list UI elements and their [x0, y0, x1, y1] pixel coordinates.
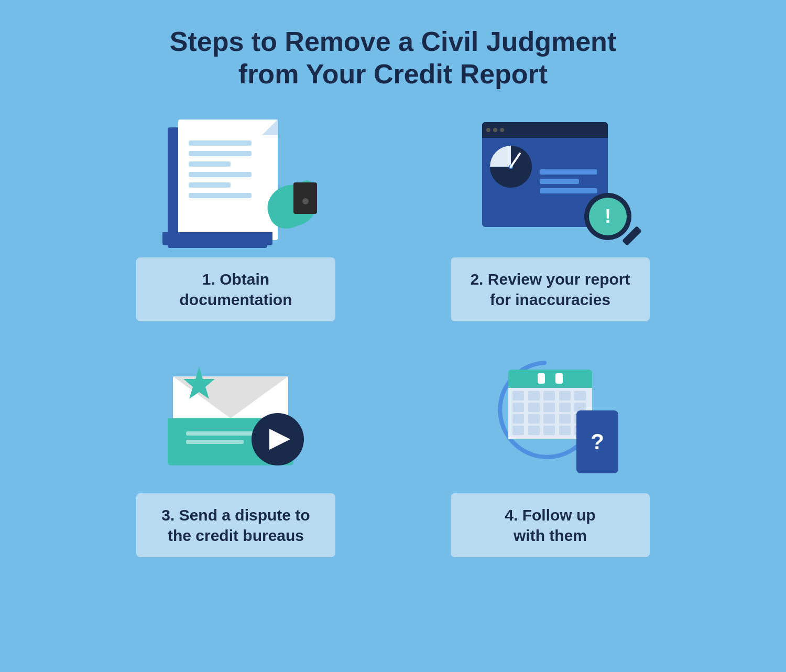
report-lines	[540, 169, 597, 193]
step-4-illustration: ?	[461, 348, 639, 484]
doc-lines	[189, 140, 252, 198]
cal-ring	[538, 373, 545, 384]
camera-icon	[293, 182, 317, 214]
camera-lens	[302, 198, 309, 204]
doc-line	[189, 172, 252, 177]
report-line-short	[540, 179, 579, 184]
step-4-card: ? 4. Follow up with them	[414, 348, 686, 557]
header-dot	[500, 128, 504, 132]
step-2-label: 2. Review your report for inaccuracies	[470, 270, 630, 308]
doc-line	[189, 140, 252, 146]
step-4-label-box: 4. Follow up with them	[451, 493, 650, 557]
magnifier-icon: !	[584, 193, 631, 240]
doc-line	[189, 151, 252, 156]
step-4-label: 4. Follow up with them	[505, 506, 595, 544]
doc-main	[178, 120, 278, 240]
step-2-label-box: 2. Review your report for inaccuracies	[451, 257, 650, 321]
step-3-label-box: 3. Send a dispute to the credit bureaus	[136, 493, 335, 557]
doc-line-short	[189, 182, 231, 188]
step-1-label: 1. Obtain documentation	[180, 270, 292, 308]
calendar-header	[508, 370, 592, 388]
doc-line	[189, 193, 252, 198]
doc-base	[162, 232, 272, 245]
doc-corner	[262, 120, 278, 135]
steps-grid: 1. Obtain documentation	[79, 112, 707, 557]
step-3-illustration: !	[147, 348, 325, 484]
step-1-illustration	[147, 112, 325, 248]
report-header	[482, 122, 608, 138]
magnifier-inner: !	[589, 198, 627, 235]
magnifier-outer: !	[584, 193, 631, 240]
send-arrow-icon	[269, 429, 290, 450]
send-button-icon	[252, 413, 304, 465]
step-3-label: 3. Send a dispute to the credit bureaus	[161, 506, 310, 544]
phone-device-icon: ?	[576, 410, 618, 473]
starburst-icon: !	[181, 366, 217, 403]
header-dot	[493, 128, 497, 132]
cal-ring	[555, 373, 563, 384]
step-2-illustration: !	[461, 112, 639, 248]
page-title: Steps to Remove a Civil Judgment from Yo…	[170, 25, 616, 91]
doc-line-short	[189, 161, 231, 167]
step-1-card: 1. Obtain documentation	[100, 112, 372, 321]
env-line	[186, 440, 244, 444]
step-1-label-box: 1. Obtain documentation	[136, 257, 335, 321]
step-2-card: ! 2. Review your report for inaccuracies	[414, 112, 686, 321]
header-dot	[486, 128, 490, 132]
star-exclamation: !	[196, 376, 201, 393]
report-line	[540, 169, 597, 175]
starburst-inner: !	[181, 366, 217, 403]
question-mark-icon: ?	[591, 429, 604, 454]
step-3-card: ! 3. Send a dispute to the credit bureau…	[100, 348, 372, 557]
pie-chart	[487, 143, 534, 190]
exclamation-icon: !	[605, 205, 611, 227]
